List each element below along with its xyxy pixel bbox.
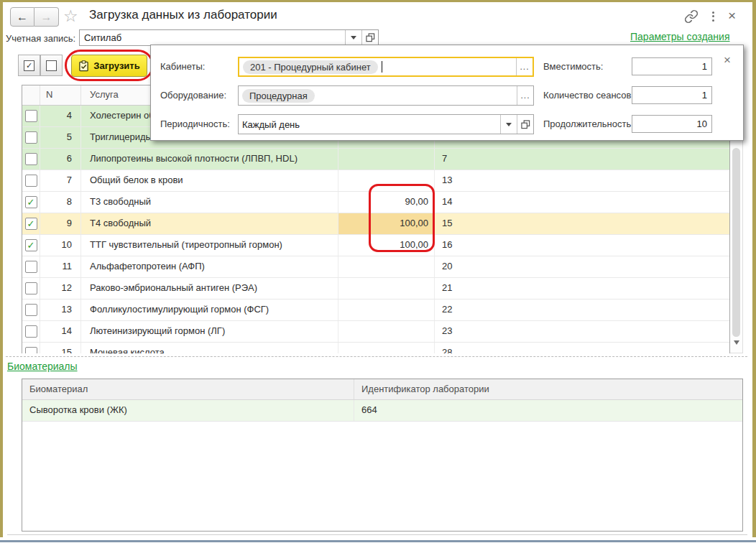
- cell-service[interactable]: Липопротеины высокой плотности (ЛПВП, HD…: [81, 149, 338, 170]
- cell-service[interactable]: Т4 свободный: [81, 213, 338, 234]
- row-checkbox-cell[interactable]: [22, 321, 40, 342]
- uncheck-all-button[interactable]: [40, 55, 63, 76]
- cell-price[interactable]: [338, 149, 435, 170]
- row-checkbox[interactable]: [25, 110, 37, 122]
- cell-lab-id[interactable]: 22: [435, 300, 729, 320]
- service-row[interactable]: 14Лютеинизирующий гормон (ЛГ)23: [22, 321, 729, 343]
- cell-service[interactable]: Лютеинизирующий гормон (ЛГ): [81, 321, 338, 342]
- row-checkbox-cell[interactable]: ✓: [22, 235, 40, 256]
- row-checkbox-cell[interactable]: ✓: [22, 213, 40, 234]
- service-row[interactable]: ✓9Т4 свободный100,0015: [22, 213, 729, 235]
- service-row[interactable]: 13Фолликулостимулирующий гормон (ФСГ)22: [22, 300, 729, 321]
- cell-n[interactable]: 10: [40, 235, 81, 256]
- cell-price[interactable]: [338, 300, 435, 320]
- cell-lab-id[interactable]: 7: [435, 149, 729, 170]
- service-row[interactable]: 7Общий белок в крови13: [22, 170, 729, 192]
- account-dropdown-button[interactable]: [345, 30, 361, 45]
- cell-lab-id[interactable]: 20: [435, 256, 729, 277]
- close-form-icon[interactable]: ×: [728, 9, 736, 22]
- row-checkbox[interactable]: [25, 175, 37, 187]
- equipment-field[interactable]: Процедурная ...: [238, 85, 534, 106]
- duration-input[interactable]: 10: [632, 115, 712, 133]
- row-checkbox-cell[interactable]: [22, 106, 40, 126]
- cabinet-tag[interactable]: 201 - Процедурный кабинет: [243, 60, 378, 74]
- capacity-input[interactable]: 1: [632, 57, 712, 75]
- row-checkbox[interactable]: [25, 304, 37, 316]
- account-choose-button[interactable]: [361, 30, 378, 45]
- row-checkbox[interactable]: [25, 153, 37, 165]
- row-checkbox-cell[interactable]: [22, 149, 40, 170]
- periodicity-dropdown-button[interactable]: [500, 115, 517, 134]
- cell-service[interactable]: Альфафетопротеин (АФП): [81, 256, 338, 277]
- cell-biomaterial[interactable]: Сыворотка крови (ЖК): [22, 400, 354, 421]
- scrollbar-down-arrow[interactable]: [734, 340, 739, 345]
- cell-price[interactable]: [338, 321, 435, 342]
- row-checkbox[interactable]: [25, 131, 37, 144]
- periodicity-value[interactable]: Каждый день: [242, 119, 300, 130]
- popup-close-icon[interactable]: ×: [724, 55, 731, 66]
- cell-service[interactable]: Общий белок в крови: [81, 170, 338, 191]
- cell-lab-id[interactable]: 23: [435, 321, 729, 342]
- row-checkbox-cell[interactable]: [22, 278, 40, 299]
- cell-lab-id[interactable]: 21: [435, 278, 729, 299]
- cell-service[interactable]: Фолликулостимулирующий гормон (ФСГ): [81, 300, 338, 320]
- cell-service[interactable]: Мочевая кислота: [81, 343, 338, 353]
- row-checkbox-cell[interactable]: [22, 170, 40, 191]
- row-checkbox-cell[interactable]: [22, 300, 40, 320]
- cell-n[interactable]: 9: [40, 213, 81, 234]
- sessions-input[interactable]: 1: [632, 86, 712, 104]
- creation-params-link[interactable]: Параметры создания: [630, 31, 730, 42]
- row-checkbox[interactable]: [25, 347, 37, 353]
- cell-lab-id[interactable]: 13: [435, 170, 729, 191]
- cell-price[interactable]: [338, 256, 435, 277]
- get-link-icon[interactable]: [684, 9, 699, 27]
- equipment-tag[interactable]: Процедурная: [242, 89, 315, 103]
- cell-n[interactable]: 6: [40, 149, 81, 170]
- service-row[interactable]: 15Мочевая кислота28: [22, 343, 729, 353]
- favorite-star-icon[interactable]: ☆: [63, 6, 78, 26]
- cabinets-select-button[interactable]: ...: [516, 58, 533, 75]
- scrollbar-thumb[interactable]: [732, 148, 740, 337]
- cell-n[interactable]: 12: [40, 278, 81, 299]
- cell-n[interactable]: 15: [40, 343, 81, 353]
- service-row[interactable]: 6Липопротеины высокой плотности (ЛПВП, H…: [22, 149, 729, 170]
- cell-price[interactable]: [338, 278, 435, 299]
- account-value[interactable]: Ситилаб: [80, 30, 345, 45]
- row-checkbox[interactable]: [25, 261, 37, 273]
- service-row[interactable]: 11Альфафетопротеин (АФП)20: [22, 256, 729, 278]
- cell-lab-id[interactable]: 14: [435, 192, 729, 213]
- cell-n[interactable]: 5: [40, 127, 81, 148]
- cell-price[interactable]: [338, 343, 435, 353]
- service-row[interactable]: ✓10ТТГ чувствительный (тиреотропный горм…: [22, 235, 729, 256]
- cell-price[interactable]: 90,00: [338, 192, 435, 213]
- cell-price[interactable]: 100,00: [338, 235, 435, 256]
- cell-price[interactable]: [338, 170, 435, 191]
- load-button[interactable]: Загрузить: [71, 55, 147, 77]
- cell-n[interactable]: 4: [40, 106, 81, 126]
- header-n[interactable]: N: [40, 85, 81, 105]
- row-checkbox-cell[interactable]: [22, 256, 40, 277]
- row-checkbox-cell[interactable]: ✓: [22, 192, 40, 213]
- cell-price[interactable]: 100,00: [338, 213, 435, 234]
- cell-lab-identifier[interactable]: 664: [354, 400, 742, 421]
- cell-lab-id[interactable]: 16: [435, 235, 729, 256]
- header-checkbox[interactable]: [22, 85, 40, 105]
- row-checkbox-checked[interactable]: ✓: [25, 196, 37, 208]
- cell-n[interactable]: 7: [40, 170, 81, 191]
- cell-lab-id[interactable]: 15: [435, 213, 729, 234]
- cell-n[interactable]: 8: [40, 192, 81, 213]
- cell-lab-id[interactable]: 28: [435, 343, 729, 353]
- cell-service[interactable]: ТТГ чувствительный (тиреотропный гормон): [81, 235, 338, 256]
- cell-n[interactable]: 13: [40, 300, 81, 320]
- row-checkbox[interactable]: [25, 282, 37, 294]
- row-checkbox-cell[interactable]: [22, 127, 40, 148]
- cell-n[interactable]: 11: [40, 256, 81, 277]
- account-field[interactable]: Ситилаб: [79, 29, 379, 46]
- row-checkbox-checked[interactable]: ✓: [25, 239, 37, 251]
- back-button[interactable]: ←: [10, 7, 34, 27]
- check-all-button[interactable]: ✓: [18, 55, 40, 76]
- forward-button[interactable]: →: [34, 7, 59, 27]
- form-splitter[interactable]: [6, 356, 747, 357]
- service-row[interactable]: ✓8Т3 свободный90,0014: [22, 192, 729, 213]
- periodicity-field[interactable]: Каждый день: [238, 114, 534, 134]
